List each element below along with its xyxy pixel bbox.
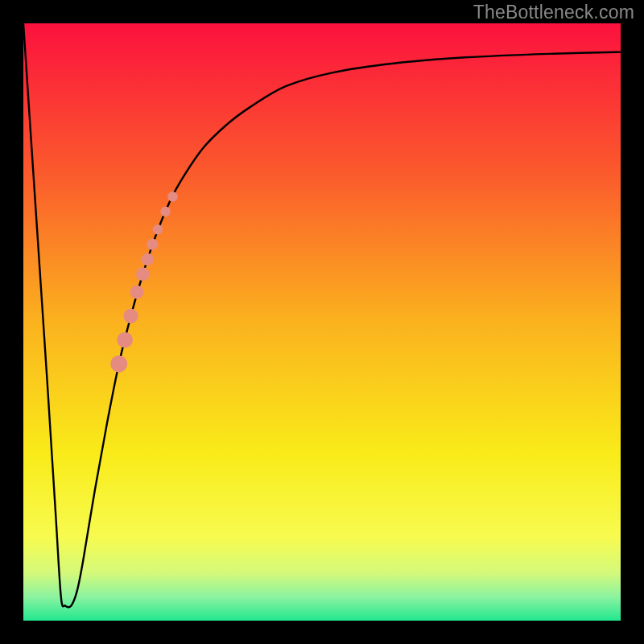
marker-dot: [142, 253, 154, 265]
marker-dot: [160, 206, 171, 217]
watermark-label: TheBottleneck.com: [473, 2, 634, 23]
chart-container: TheBottleneck.com: [0, 0, 644, 644]
marker-dot: [117, 332, 133, 348]
plot-background-gradient: [23, 23, 621, 621]
marker-dot: [147, 239, 158, 250]
marker-dot: [123, 308, 138, 323]
marker-dot: [130, 286, 144, 299]
marker-dot: [136, 267, 150, 281]
marker-dot: [167, 192, 178, 202]
bottleneck-chart: [0, 0, 644, 644]
marker-dot: [110, 355, 127, 372]
marker-dot: [153, 225, 163, 235]
